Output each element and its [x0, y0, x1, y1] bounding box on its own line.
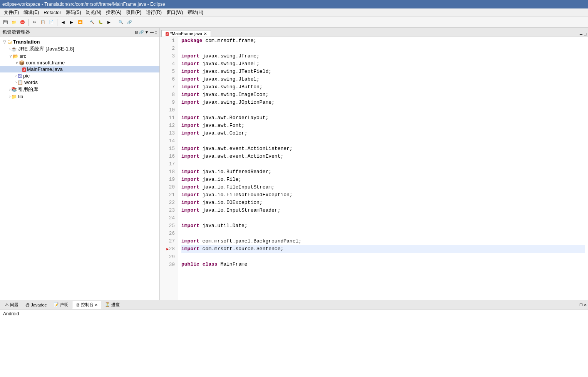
code-line-5[interactable]: import javax.swing.JTextField; — [181, 68, 585, 76]
tree-item-8[interactable]: ›📁lib — [0, 93, 159, 100]
code-line-10[interactable] — [181, 106, 585, 114]
code-token: com.mrsoft.source.Sentence; — [199, 246, 283, 252]
code-line-22[interactable]: import java.io.IOException; — [181, 199, 585, 207]
code-line-11[interactable]: import java.awt.BorderLayout; — [181, 114, 585, 122]
maximize-bottom-icon[interactable]: □ — [580, 303, 583, 307]
menu-item-Refactor[interactable]: Refactor — [41, 9, 63, 16]
code-line-18[interactable]: import java.io.BufferedReader; — [181, 168, 585, 176]
minimize-bottom-icon[interactable]: — — [576, 303, 578, 307]
tree-item-4[interactable]: JMainFrame.java — [0, 66, 159, 72]
code-line-12[interactable]: import java.awt.Font; — [181, 122, 585, 130]
code-line-30[interactable]: public class MainFrame — [181, 261, 585, 268]
tree-arrow-2: ∨ — [9, 54, 12, 58]
bottom-tab-label-声明: 声明 — [60, 302, 69, 308]
tree-item-6[interactable]: ›📋words — [0, 79, 159, 86]
editor-tab-mainframe[interactable]: J*MainFrame.java✕ — [161, 30, 211, 37]
code-line-20[interactable]: import java.io.FileInputStream; — [181, 183, 585, 191]
code-line-14[interactable] — [181, 137, 585, 145]
bottom-tab-声明[interactable]: 📝 声明 — [50, 301, 72, 309]
code-editor[interactable]: 1234567891011121314151617181920212223242… — [160, 37, 588, 300]
minimize-editor-icon[interactable]: — — [580, 32, 583, 37]
tab-close-icon[interactable]: ✕ — [204, 32, 207, 36]
tree-item-5[interactable]: ›🖼pic — [0, 72, 159, 79]
menu-item-P[interactable]: 项目(P) — [124, 8, 144, 17]
tree-item-7[interactable]: ›📚引用的库 — [0, 86, 159, 93]
code-line-28[interactable]: import com.mrsoft.source.Sentence; — [181, 245, 585, 253]
code-line-1[interactable]: package com.mrsoft.frame; — [181, 37, 585, 45]
line-number-7: 7 — [161, 83, 175, 91]
menu-item-W[interactable]: 窗口(W) — [164, 8, 185, 17]
code-line-21[interactable]: import java.io.FileNotFoundException; — [181, 191, 585, 199]
code-line-6[interactable]: import javax.swing.JLabel; — [181, 76, 585, 83]
code-line-7[interactable]: import javax.swing.JButton; — [181, 83, 585, 91]
menu-item-H[interactable]: 帮助(H) — [185, 8, 206, 17]
tree-item-1[interactable]: ›☕JRE 系统库 [JavaSE-1.8] — [0, 45, 159, 53]
menu-item-S[interactable]: 源码(S) — [64, 8, 84, 17]
collapse-all-icon[interactable]: ⊟ — [135, 30, 138, 34]
bottom-tab-label-Javadoc: Javadoc — [31, 303, 47, 307]
code-line-13[interactable]: import java.awt.Color; — [181, 130, 585, 137]
toolbar-btn-128203[interactable]: 📋 — [39, 19, 47, 26]
code-line-2[interactable] — [181, 45, 585, 52]
keyword-token: import — [181, 169, 199, 175]
tree-label-8: lib — [18, 94, 23, 99]
toolbar-btn-9940[interactable]: ⛔ — [18, 19, 26, 26]
toolbar-btn-128193[interactable]: 📁 — [10, 19, 18, 26]
menu-item-F[interactable]: 文件(F) — [2, 8, 21, 17]
maximize-editor-icon[interactable]: □ — [584, 32, 586, 37]
code-line-16[interactable]: import java.awt.event.ActionEvent; — [181, 153, 585, 160]
link-editor-icon[interactable]: 🔗 — [139, 30, 144, 34]
tree-item-2[interactable]: ∨📂src — [0, 53, 159, 59]
left-panel: 包资源管理器 ⊟ 🔗 ▼ — □ ▽🗂Translation›☕JRE 系统库 … — [0, 28, 160, 300]
view-menu-icon[interactable]: ▼ — [145, 30, 149, 34]
menu-item-R[interactable]: 运行(R) — [144, 8, 164, 17]
code-line-19[interactable]: import java.io.File; — [181, 176, 585, 183]
tree-icon-1: ☕ — [11, 46, 17, 52]
code-line-8[interactable]: import javax.swing.ImageIcon; — [181, 91, 585, 99]
bottom-tab-Javadoc[interactable]: @ Javadoc — [22, 301, 50, 308]
bottom-tab-close-icon[interactable]: ✕ — [95, 303, 98, 307]
code-lines[interactable]: package com.mrsoft.frame; import javax.s… — [178, 37, 588, 300]
code-line-9[interactable]: import javax.swing.JOptionPane; — [181, 99, 585, 106]
line-number-17: 17 — [161, 160, 175, 168]
code-line-25[interactable]: import java.util.Date; — [181, 222, 585, 230]
toolbar-btn-128279[interactable]: 🔗 — [126, 19, 133, 26]
close-bottom-icon[interactable]: ✕ — [584, 302, 586, 307]
keyword-token: import — [181, 53, 199, 59]
toolbar-btn-9193[interactable]: ⏩ — [76, 19, 84, 26]
tree-item-0[interactable]: ▽🗂Translation — [0, 39, 159, 45]
toolbar-btn-9654[interactable]: ▶ — [105, 19, 113, 26]
code-line-29[interactable] — [181, 253, 585, 261]
menu-item-E[interactable]: 编辑(E) — [21, 8, 41, 17]
code-line-24[interactable] — [181, 214, 585, 222]
toolbar-btn-9664[interactable]: ◀ — [59, 19, 67, 26]
toolbar-btn-9986[interactable]: ✂ — [30, 19, 38, 26]
tree-icon-2: 📂 — [13, 54, 18, 59]
menu-item-A[interactable]: 搜索(A) — [104, 8, 124, 17]
toolbar-btn-128269[interactable]: 🔍 — [117, 19, 125, 26]
toolbar-btn-128027[interactable]: 🐛 — [97, 19, 104, 26]
code-token: java.awt.event.ActionListener; — [199, 146, 293, 151]
maximize-panel-icon[interactable]: □ — [155, 30, 157, 34]
toolbar-btn-128296[interactable]: 🔨 — [88, 19, 96, 26]
bottom-tab-问题[interactable]: ⚠ 问题 — [2, 301, 22, 309]
code-line-23[interactable]: import java.io.InputStreamReader; — [181, 207, 585, 214]
bottom-tab-进度[interactable]: ⏳ 进度 — [101, 301, 123, 309]
toolbar-btn-128196[interactable]: 📄 — [47, 19, 55, 26]
toolbar-btn-128190[interactable]: 💾 — [2, 19, 9, 26]
bottom-tab-控制台[interactable]: 🖥 控制台 ✕ — [72, 301, 101, 309]
tree-arrow-5: › — [15, 74, 17, 78]
tree-item-3[interactable]: ∨📦com.mrsoft.frame — [0, 59, 159, 66]
bottom-tab-icon-Javadoc: @ — [25, 303, 30, 307]
content-area: 包资源管理器 ⊟ 🔗 ▼ — □ ▽🗂Translation›☕JRE 系统库 … — [0, 28, 588, 300]
code-line-15[interactable]: import java.awt.event.ActionListener; — [181, 145, 585, 153]
code-line-26[interactable] — [181, 230, 585, 237]
code-line-4[interactable]: import javax.swing.JPanel; — [181, 60, 585, 68]
code-line-17[interactable] — [181, 160, 585, 168]
code-line-27[interactable]: import com.mrsoft.panel.BackgroundPanel; — [181, 237, 585, 245]
code-token: com.mrsoft.panel.BackgroundPanel; — [199, 238, 302, 244]
menu-item-N[interactable]: 浏览(N) — [84, 8, 104, 17]
code-line-3[interactable]: import javax.swing.JFrame; — [181, 52, 585, 60]
minimize-panel-icon[interactable]: — — [150, 30, 154, 34]
toolbar-btn-9654[interactable]: ▶ — [68, 19, 75, 26]
